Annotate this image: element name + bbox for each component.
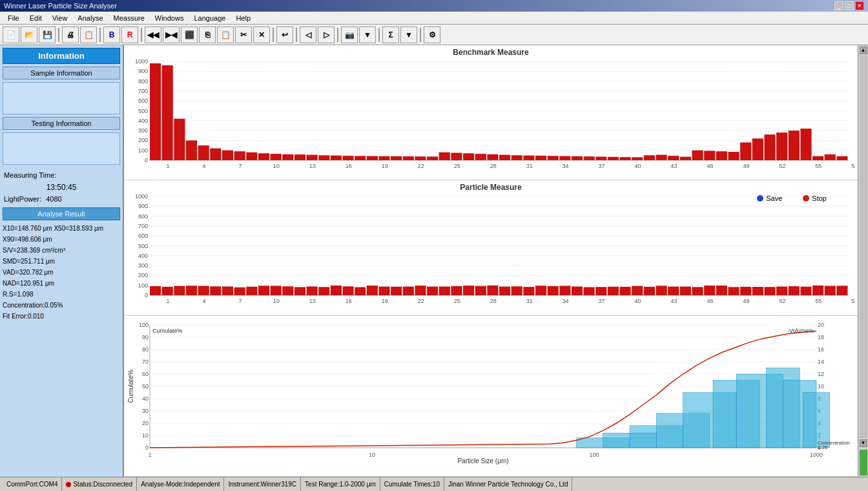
menu-language[interactable]: Language — [189, 12, 231, 25]
menu-file[interactable]: File — [3, 12, 25, 25]
concentration: Concentration:0.05% — [3, 300, 120, 311]
distribution-chart-container — [124, 316, 858, 477]
measuring-time-label: Measuring Time: — [4, 170, 119, 182]
legend-stop: Stop — [803, 194, 827, 202]
test-range-status: Test Range:1.0-2000 μm — [301, 477, 380, 491]
cumulate-times-label: Cumulate Times:10 — [384, 481, 440, 488]
toolbar-sep-8 — [420, 28, 421, 42]
menu-bar: File Edit View Analyse Meassure Windows … — [0, 12, 868, 25]
sv: S/V=238.369 cm²/cm³ — [3, 245, 120, 256]
title-bar: Winner Laser Particle Size Analyser _ □ … — [0, 0, 868, 12]
menu-windows[interactable]: Windows — [150, 12, 189, 25]
testing-information-btn[interactable]: Testing Information — [3, 117, 120, 130]
copy-button[interactable]: ⎘ — [199, 26, 216, 43]
chart-legend: Save Stop — [752, 194, 832, 202]
delete-button[interactable]: ✂ — [235, 26, 252, 43]
undo-button[interactable]: ↩ — [276, 26, 293, 43]
status-bar: CommPort:COM4 Status:Disconnected Analys… — [0, 477, 868, 491]
analyse-mode-status: Analyse-Mode:Independent — [137, 477, 224, 491]
menu-meassure[interactable]: Meassure — [108, 12, 150, 25]
save-label: Save — [766, 194, 782, 202]
stop-dot — [803, 195, 809, 202]
charts-area: Benchmark Measure Particle Measure Save … — [124, 45, 858, 477]
x10-x50: X10=148.760 μm X50=318.593 μm — [3, 223, 120, 234]
sample-info-box — [3, 82, 120, 114]
toolbar-sep-6 — [337, 28, 338, 42]
light-power-label: LightPower: — [4, 195, 41, 203]
open-button[interactable]: 📂 — [21, 26, 37, 43]
next-prev-button[interactable]: ▶◀ — [163, 26, 180, 43]
company-status: Jinan Winner Particle Technology Co., Lt… — [444, 477, 572, 491]
save-button[interactable]: 💾 — [39, 26, 56, 43]
back-button[interactable]: ◁ — [300, 26, 316, 43]
comm-port-label: CommPort:COM4 — [6, 481, 57, 488]
benchmark-chart-container: Benchmark Measure — [124, 45, 858, 180]
sample-information-btn[interactable]: Sample Information — [3, 67, 120, 79]
status-label: Status:Disconnected — [73, 481, 132, 488]
measuring-time-value: 13:50:45 — [4, 182, 119, 194]
instrument-label: Instrument:Winner319C — [228, 481, 296, 488]
toolbar-sep-1 — [58, 28, 59, 42]
print-button[interactable]: 🖨 — [62, 26, 79, 43]
smd: SMD=251.711 μm — [3, 256, 120, 267]
stop-label: Stop — [812, 194, 827, 202]
sigma-button[interactable]: Σ — [382, 26, 399, 43]
forward-button[interactable]: ▷ — [318, 26, 335, 43]
new-button[interactable]: 📄 — [3, 26, 19, 43]
analyse-mode-label: Analyse-Mode:Independent — [141, 481, 220, 488]
scroll-thumb[interactable] — [860, 56, 867, 438]
menu-help[interactable]: Help — [231, 12, 256, 25]
scroll-up[interactable]: ▲ — [860, 47, 867, 54]
close-button[interactable]: ✕ — [855, 1, 864, 10]
toolbar-sep-7 — [378, 28, 380, 42]
x90: X90=498.606 μm — [3, 234, 120, 245]
green-indicator — [860, 450, 867, 475]
toolbar-sep-3 — [141, 28, 142, 42]
main-content: Information Sample Information Testing I… — [0, 45, 868, 477]
camera-drop-button[interactable]: ▼ — [359, 26, 376, 43]
sigma-drop-button[interactable]: ▼ — [400, 26, 417, 43]
toolbar-sep-5 — [296, 28, 297, 42]
bold-button[interactable]: B — [103, 26, 120, 43]
particle-canvas — [127, 193, 855, 309]
menu-analyse[interactable]: Analyse — [72, 12, 108, 25]
information-header: Information — [3, 48, 120, 64]
cut2-button[interactable]: ✕ — [253, 26, 270, 43]
connection-status: Status:Disconnected — [62, 477, 137, 491]
toolbar: 📄 📂 💾 🖨 📋 B R ◀◀ ▶◀ ⬛ ⎘ 📋 ✂ ✕ ↩ ◁ ▷ 📷 ▼ … — [0, 25, 868, 45]
scrollbar-right[interactable]: ▲ ▼ — [858, 45, 868, 477]
fit-error: Fit Error:0.010 — [3, 311, 120, 322]
prev-button[interactable]: ◀◀ — [145, 26, 161, 43]
light-power-row: LightPower: 4080 — [4, 194, 119, 205]
preview-button[interactable]: 📋 — [80, 26, 97, 43]
paste-button[interactable]: 📋 — [217, 26, 234, 43]
nad: NAD=120.951 μm — [3, 278, 120, 289]
menu-view[interactable]: View — [47, 12, 73, 25]
left-panel: Information Sample Information Testing I… — [0, 45, 124, 477]
cumulate-times-status: Cumulate Times:10 — [380, 477, 444, 491]
misc-button[interactable]: ⚙ — [424, 26, 440, 43]
test-range-label: Test Range:1.0-2000 μm — [305, 481, 376, 488]
camera-button[interactable]: 📷 — [341, 26, 358, 43]
save-dot — [757, 195, 763, 202]
particle-chart-container: Particle Measure Save Stop — [124, 180, 858, 315]
scroll-down[interactable]: ▼ — [860, 439, 867, 447]
window-controls: _ □ ✕ — [834, 1, 864, 10]
vad: VAD=320.782 μm — [3, 267, 120, 278]
testing-info-box — [3, 132, 120, 165]
stop-button[interactable]: ⬛ — [181, 26, 198, 43]
legend-save: Save — [757, 194, 782, 202]
minimize-button[interactable]: _ — [834, 1, 843, 10]
report-button[interactable]: R — [121, 26, 138, 43]
rs: R.S=1.098 — [3, 289, 120, 300]
company-label: Jinan Winner Particle Technology Co., Lt… — [448, 481, 568, 488]
menu-edit[interactable]: Edit — [25, 12, 47, 25]
status-dot — [66, 482, 71, 487]
light-power-value: 4080 — [46, 195, 61, 203]
instrument-status: Instrument:Winner319C — [224, 477, 301, 491]
benchmark-title: Benchmark Measure — [127, 48, 855, 57]
maximize-button[interactable]: □ — [845, 1, 854, 10]
particle-title: Particle Measure — [127, 183, 855, 192]
analyse-result-header: Analyse Result — [3, 207, 120, 220]
distribution-canvas — [127, 319, 855, 466]
